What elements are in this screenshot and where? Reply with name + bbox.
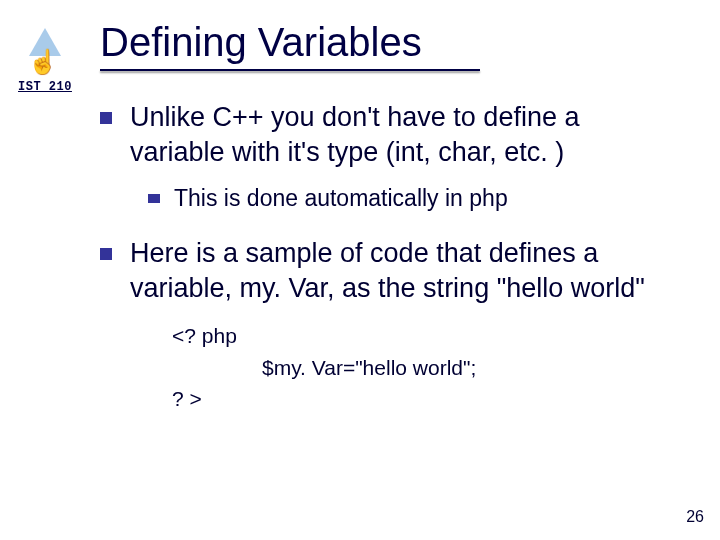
bullet-1: Unlike C++ you don't have to define a va…	[100, 100, 680, 170]
course-code: IST 210	[10, 80, 80, 94]
code-sample: <? php $my. Var="hello world"; ? >	[172, 320, 680, 415]
bullet-2-text: Here is a sample of code that defines a …	[130, 236, 680, 306]
bullet-1-text: Unlike C++ you don't have to define a va…	[130, 100, 680, 170]
code-line-3: ? >	[172, 383, 680, 415]
bullet-2: Here is a sample of code that defines a …	[100, 236, 680, 306]
course-badge: ☝ IST 210	[10, 28, 80, 94]
slide-title-text: Defining Variables	[100, 20, 422, 64]
slide-title: Defining Variables	[100, 20, 480, 71]
slide-body: Unlike C++ you don't have to define a va…	[100, 100, 680, 415]
course-icon: ☝	[20, 28, 70, 78]
bullet-1-sub: This is done automatically in php	[148, 184, 680, 214]
bullet-icon	[100, 248, 112, 260]
bullet-icon	[100, 112, 112, 124]
page-number: 26	[686, 508, 704, 526]
slide: ☝ IST 210 Defining Variables Unlike C++ …	[0, 0, 720, 540]
title-underline	[100, 69, 480, 71]
bullet-1-sub-text: This is done automatically in php	[174, 184, 508, 214]
code-line-2: $my. Var="hello world";	[262, 352, 680, 384]
code-line-1: <? php	[172, 320, 680, 352]
bullet-icon	[148, 194, 160, 203]
